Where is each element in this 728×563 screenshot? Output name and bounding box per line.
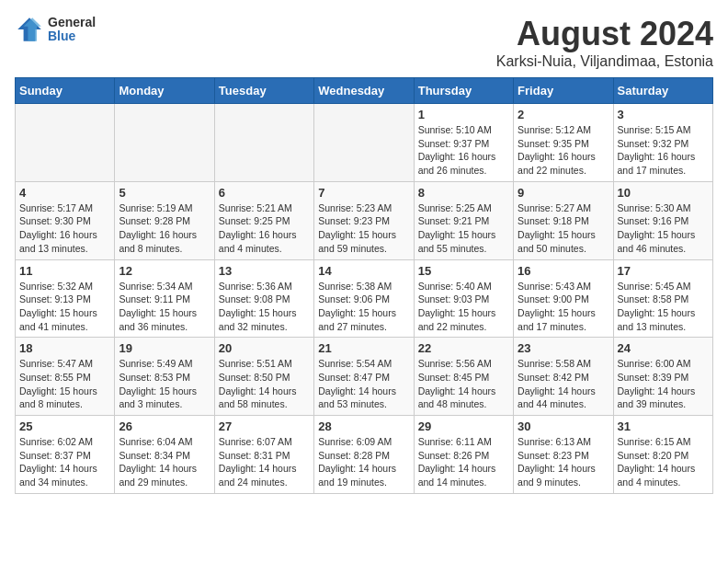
day-number: 30 <box>518 419 609 433</box>
day-number: 19 <box>119 341 210 355</box>
day-info: Sunrise: 6:09 AM Sunset: 8:28 PM Dayligh… <box>318 435 409 489</box>
logo-general: General <box>48 16 96 29</box>
calendar-cell: 21Sunrise: 5:54 AM Sunset: 8:47 PM Dayli… <box>314 338 414 416</box>
calendar-cell <box>16 104 115 182</box>
day-info: Sunrise: 5:47 AM Sunset: 8:55 PM Dayligh… <box>19 357 110 411</box>
day-info: Sunrise: 5:56 AM Sunset: 8:45 PM Dayligh… <box>418 357 509 411</box>
calendar-cell: 6Sunrise: 5:21 AM Sunset: 9:25 PM Daylig… <box>214 181 313 259</box>
day-info: Sunrise: 6:11 AM Sunset: 8:26 PM Dayligh… <box>418 435 509 489</box>
calendar-cell <box>314 104 414 182</box>
day-number: 7 <box>318 186 409 200</box>
day-info: Sunrise: 5:36 AM Sunset: 9:08 PM Dayligh… <box>219 280 310 334</box>
week-row-1: 1Sunrise: 5:10 AM Sunset: 9:37 PM Daylig… <box>16 104 713 182</box>
weekday-header-monday: Monday <box>115 78 214 104</box>
day-info: Sunrise: 5:17 AM Sunset: 9:30 PM Dayligh… <box>19 201 110 256</box>
logo-icon <box>15 15 44 44</box>
weekday-header-tuesday: Tuesday <box>214 78 313 104</box>
calendar-cell: 8Sunrise: 5:25 AM Sunset: 9:21 PM Daylig… <box>414 181 513 259</box>
calendar-cell: 11Sunrise: 5:32 AM Sunset: 9:13 PM Dayli… <box>16 259 115 338</box>
calendar-table: SundayMondayTuesdayWednesdayThursdayFrid… <box>15 77 713 494</box>
day-info: Sunrise: 5:54 AM Sunset: 8:47 PM Dayligh… <box>318 357 409 411</box>
day-info: Sunrise: 6:04 AM Sunset: 8:34 PM Dayligh… <box>119 435 210 489</box>
day-info: Sunrise: 5:43 AM Sunset: 9:00 PM Dayligh… <box>518 280 609 334</box>
calendar-cell: 29Sunrise: 6:11 AM Sunset: 8:26 PM Dayli… <box>414 416 513 494</box>
day-number: 20 <box>219 341 310 355</box>
calendar-cell: 12Sunrise: 5:34 AM Sunset: 9:11 PM Dayli… <box>115 259 214 338</box>
calendar-cell: 18Sunrise: 5:47 AM Sunset: 8:55 PM Dayli… <box>16 338 115 416</box>
day-info: Sunrise: 6:13 AM Sunset: 8:23 PM Dayligh… <box>518 435 609 489</box>
location-title: Karksi-Nuia, Viljandimaa, Estonia <box>496 53 713 70</box>
week-row-3: 11Sunrise: 5:32 AM Sunset: 9:13 PM Dayli… <box>16 259 713 338</box>
day-info: Sunrise: 5:15 AM Sunset: 9:32 PM Dayligh… <box>618 123 709 178</box>
calendar-cell: 10Sunrise: 5:30 AM Sunset: 9:16 PM Dayli… <box>613 181 712 259</box>
day-info: Sunrise: 5:51 AM Sunset: 8:50 PM Dayligh… <box>219 357 310 411</box>
day-info: Sunrise: 5:49 AM Sunset: 8:53 PM Dayligh… <box>119 357 210 411</box>
day-info: Sunrise: 5:25 AM Sunset: 9:21 PM Dayligh… <box>418 201 509 256</box>
day-info: Sunrise: 5:19 AM Sunset: 9:28 PM Dayligh… <box>119 201 210 256</box>
day-number: 2 <box>518 108 609 121</box>
day-number: 11 <box>19 264 110 278</box>
day-info: Sunrise: 5:12 AM Sunset: 9:35 PM Dayligh… <box>518 123 609 178</box>
day-number: 13 <box>219 264 310 278</box>
day-info: Sunrise: 5:27 AM Sunset: 9:18 PM Dayligh… <box>518 201 609 256</box>
day-info: Sunrise: 6:15 AM Sunset: 8:20 PM Dayligh… <box>618 435 709 489</box>
calendar-cell: 14Sunrise: 5:38 AM Sunset: 9:06 PM Dayli… <box>314 259 414 338</box>
calendar-cell: 30Sunrise: 6:13 AM Sunset: 8:23 PM Dayli… <box>514 416 613 494</box>
weekday-header-sunday: Sunday <box>16 78 115 104</box>
day-number: 1 <box>418 108 509 121</box>
week-row-2: 4Sunrise: 5:17 AM Sunset: 9:30 PM Daylig… <box>16 181 713 259</box>
day-number: 27 <box>219 419 310 433</box>
day-info: Sunrise: 5:40 AM Sunset: 9:03 PM Dayligh… <box>418 280 509 334</box>
day-number: 17 <box>618 264 709 278</box>
day-number: 5 <box>119 186 210 200</box>
day-number: 25 <box>19 419 110 433</box>
day-number: 21 <box>318 341 409 355</box>
month-title: August 2024 <box>496 15 713 53</box>
calendar-cell: 19Sunrise: 5:49 AM Sunset: 8:53 PM Dayli… <box>115 338 214 416</box>
day-number: 18 <box>19 341 110 355</box>
day-number: 29 <box>418 419 509 433</box>
calendar-cell: 25Sunrise: 6:02 AM Sunset: 8:37 PM Dayli… <box>16 416 115 494</box>
calendar-cell: 27Sunrise: 6:07 AM Sunset: 8:31 PM Dayli… <box>214 416 313 494</box>
day-info: Sunrise: 5:21 AM Sunset: 9:25 PM Dayligh… <box>219 201 310 256</box>
day-info: Sunrise: 5:58 AM Sunset: 8:42 PM Dayligh… <box>518 357 609 411</box>
week-row-5: 25Sunrise: 6:02 AM Sunset: 8:37 PM Dayli… <box>16 416 713 494</box>
logo-text: General Blue <box>48 16 96 44</box>
weekday-header-thursday: Thursday <box>414 78 513 104</box>
day-number: 14 <box>318 264 409 278</box>
header: General Blue August 2024 Karksi-Nuia, Vi… <box>15 15 713 70</box>
calendar-cell: 1Sunrise: 5:10 AM Sunset: 9:37 PM Daylig… <box>414 104 513 182</box>
calendar-cell: 23Sunrise: 5:58 AM Sunset: 8:42 PM Dayli… <box>514 338 613 416</box>
day-number: 12 <box>119 264 210 278</box>
day-number: 10 <box>618 186 709 200</box>
day-info: Sunrise: 6:00 AM Sunset: 8:39 PM Dayligh… <box>618 357 709 411</box>
calendar-cell: 26Sunrise: 6:04 AM Sunset: 8:34 PM Dayli… <box>115 416 214 494</box>
calendar-cell: 22Sunrise: 5:56 AM Sunset: 8:45 PM Dayli… <box>414 338 513 416</box>
day-number: 16 <box>518 264 609 278</box>
day-number: 15 <box>418 264 509 278</box>
calendar-cell: 5Sunrise: 5:19 AM Sunset: 9:28 PM Daylig… <box>115 181 214 259</box>
calendar-cell: 2Sunrise: 5:12 AM Sunset: 9:35 PM Daylig… <box>514 104 613 182</box>
title-area: August 2024 Karksi-Nuia, Viljandimaa, Es… <box>496 15 713 70</box>
day-number: 6 <box>219 186 310 200</box>
day-number: 23 <box>518 341 609 355</box>
calendar-cell: 20Sunrise: 5:51 AM Sunset: 8:50 PM Dayli… <box>214 338 313 416</box>
day-number: 8 <box>418 186 509 200</box>
weekday-header-saturday: Saturday <box>613 78 712 104</box>
calendar-cell: 4Sunrise: 5:17 AM Sunset: 9:30 PM Daylig… <box>16 181 115 259</box>
day-info: Sunrise: 5:34 AM Sunset: 9:11 PM Dayligh… <box>119 280 210 334</box>
calendar-cell: 7Sunrise: 5:23 AM Sunset: 9:23 PM Daylig… <box>314 181 414 259</box>
calendar-cell: 17Sunrise: 5:45 AM Sunset: 8:58 PM Dayli… <box>613 259 712 338</box>
day-info: Sunrise: 5:30 AM Sunset: 9:16 PM Dayligh… <box>618 201 709 256</box>
calendar-cell: 16Sunrise: 5:43 AM Sunset: 9:00 PM Dayli… <box>514 259 613 338</box>
day-info: Sunrise: 6:07 AM Sunset: 8:31 PM Dayligh… <box>219 435 310 489</box>
day-number: 22 <box>418 341 509 355</box>
day-number: 24 <box>618 341 709 355</box>
weekday-header-row: SundayMondayTuesdayWednesdayThursdayFrid… <box>16 78 713 104</box>
day-number: 28 <box>318 419 409 433</box>
calendar-cell: 3Sunrise: 5:15 AM Sunset: 9:32 PM Daylig… <box>613 104 712 182</box>
day-number: 31 <box>618 419 709 433</box>
calendar-cell: 28Sunrise: 6:09 AM Sunset: 8:28 PM Dayli… <box>314 416 414 494</box>
day-info: Sunrise: 5:38 AM Sunset: 9:06 PM Dayligh… <box>318 280 409 334</box>
day-info: Sunrise: 5:10 AM Sunset: 9:37 PM Dayligh… <box>418 123 509 178</box>
